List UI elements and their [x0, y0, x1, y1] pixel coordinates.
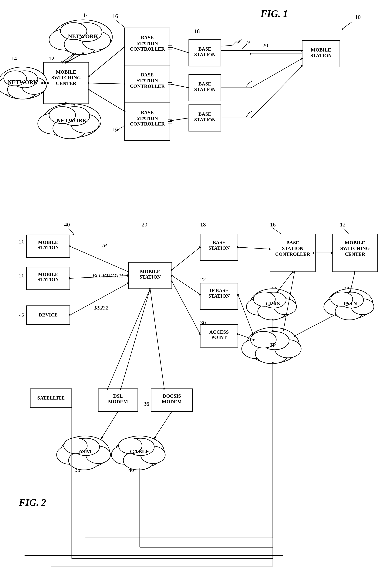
svg-line-116	[249, 41, 250, 43]
svg-text:16: 16	[270, 221, 276, 228]
svg-text:ACCESS: ACCESS	[209, 329, 229, 335]
svg-line-2	[342, 22, 352, 29]
svg-marker-252	[69, 314, 71, 316]
svg-line-142	[62, 54, 74, 62]
svg-line-94	[170, 47, 189, 53]
svg-text:12: 12	[340, 221, 346, 228]
svg-rect-201	[30, 389, 72, 408]
svg-line-129	[246, 115, 248, 117]
svg-line-109	[238, 40, 242, 43]
svg-point-67	[11, 71, 38, 88]
svg-marker-277	[237, 333, 239, 335]
svg-line-135	[66, 53, 76, 62]
svg-rect-21	[43, 62, 89, 104]
svg-point-59	[71, 114, 99, 133]
svg-point-54	[60, 23, 87, 40]
svg-text:STATION: STATION	[194, 87, 216, 92]
svg-text:MODEM: MODEM	[162, 399, 182, 404]
svg-text:14: 14	[70, 131, 76, 137]
svg-point-57	[38, 113, 68, 134]
svg-point-56	[42, 104, 101, 138]
svg-marker-150	[72, 234, 75, 235]
svg-line-262	[108, 289, 150, 389]
svg-marker-257	[199, 293, 201, 296]
svg-point-214	[253, 292, 275, 306]
svg-marker-92	[43, 82, 46, 84]
svg-text:16: 16	[112, 126, 118, 132]
svg-point-68	[4, 71, 26, 86]
svg-marker-263	[107, 388, 109, 390]
svg-point-228	[331, 292, 353, 306]
svg-line-149	[68, 227, 74, 234]
svg-text:20: 20	[19, 238, 25, 245]
svg-marker-266	[120, 388, 122, 390]
svg-marker-127	[301, 58, 303, 60]
svg-text:20: 20	[142, 221, 147, 228]
svg-text:22: 22	[200, 276, 206, 282]
svg-point-242	[119, 438, 142, 454]
svg-line-146	[64, 103, 66, 104]
svg-rect-46	[302, 41, 340, 67]
svg-text:26: 26	[272, 286, 278, 292]
svg-text:16: 16	[138, 70, 144, 76]
svg-marker-268	[163, 388, 165, 390]
svg-text:BASE: BASE	[198, 46, 211, 52]
svg-point-233	[86, 446, 110, 463]
svg-rect-179	[26, 306, 70, 325]
svg-point-232	[69, 451, 99, 470]
svg-text:CONTROLLER: CONTROLLER	[130, 46, 165, 52]
svg-line-269	[238, 247, 270, 249]
svg-rect-184	[200, 234, 238, 260]
svg-line-164	[342, 227, 349, 234]
svg-point-209	[250, 289, 296, 319]
svg-marker-141	[47, 82, 49, 84]
svg-text:28: 28	[344, 286, 349, 292]
svg-line-122	[246, 84, 248, 86]
svg-point-230	[60, 436, 109, 468]
svg-line-130	[248, 112, 249, 115]
svg-text:BASE: BASE	[198, 81, 211, 87]
svg-marker-276	[253, 339, 255, 341]
svg-marker-321	[74, 103, 76, 106]
svg-marker-249	[69, 277, 71, 280]
svg-text:CENTER: CENTER	[345, 251, 365, 257]
svg-line-85	[89, 83, 125, 84]
svg-text:STATION: STATION	[208, 293, 230, 299]
svg-point-60	[60, 107, 90, 126]
svg-line-11	[114, 19, 125, 27]
svg-text:24: 24	[279, 333, 285, 339]
svg-text:CENTER: CENTER	[56, 80, 77, 86]
svg-text:MOBILE: MOBILE	[140, 269, 160, 274]
svg-point-51	[64, 34, 98, 55]
svg-marker-87	[88, 82, 90, 84]
svg-text:42: 42	[19, 312, 25, 318]
svg-text:18: 18	[200, 221, 206, 228]
svg-marker-260	[199, 333, 201, 335]
svg-point-219	[275, 340, 301, 358]
svg-text:MOBILE: MOBILE	[56, 69, 76, 75]
svg-line-301	[155, 411, 172, 437]
svg-text:FIG. 2: FIG. 2	[19, 497, 46, 508]
svg-point-211	[258, 303, 286, 320]
svg-text:IR: IR	[102, 242, 107, 248]
svg-marker-288	[294, 335, 296, 337]
svg-marker-318	[82, 53, 84, 55]
svg-point-239	[123, 451, 154, 470]
svg-text:BASE: BASE	[141, 110, 154, 115]
svg-text:CONTROLLER: CONTROLLER	[130, 83, 165, 89]
svg-text:IP: IP	[270, 342, 276, 348]
svg-text:STATION: STATION	[139, 274, 161, 280]
svg-text:RS232: RS232	[94, 305, 108, 311]
svg-point-66	[22, 77, 46, 94]
svg-rect-312	[25, 555, 283, 556]
svg-text:DEVICE: DEVICE	[39, 312, 58, 318]
svg-marker-71	[44, 82, 47, 84]
svg-marker-89	[124, 110, 126, 113]
svg-text:14: 14	[11, 55, 17, 62]
svg-text:12: 12	[49, 55, 54, 62]
svg-text:BASE: BASE	[198, 111, 211, 117]
svg-marker-254	[199, 246, 201, 249]
svg-text:STATION: STATION	[137, 78, 158, 83]
svg-text:18: 18	[194, 112, 200, 118]
svg-marker-144	[61, 61, 63, 64]
